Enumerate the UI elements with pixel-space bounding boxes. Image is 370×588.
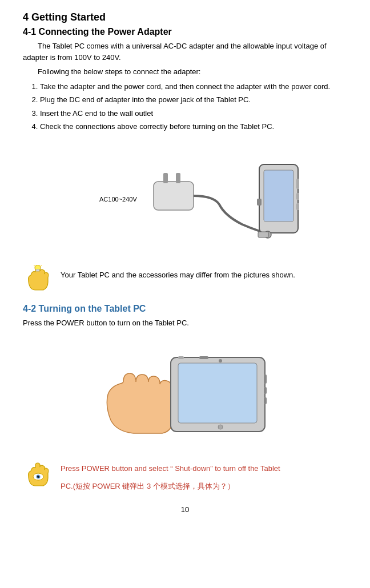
svg-rect-3: [176, 173, 180, 183]
tablet-power-image-container: [23, 337, 347, 452]
adapter-diagram: AC100~240V: [65, 142, 305, 256]
svg-rect-23: [264, 387, 267, 394]
svg-rect-9: [296, 179, 299, 189]
svg-rect-21: [199, 356, 208, 359]
page-number: 10: [23, 505, 347, 514]
svg-rect-13: [36, 269, 39, 271]
note-box: Your Tablet PC and the accessories may d…: [23, 265, 347, 295]
section1-heading: 4-1 Connecting the Power Adapter: [23, 27, 347, 37]
warning-line1: Press POWER button and select “ Shut-dow…: [61, 461, 280, 475]
svg-rect-1: [154, 182, 194, 210]
steps-list: Take the adapter and the power cord, and…: [40, 81, 347, 132]
step-3: Insert the AC end to the wall outlet: [40, 108, 347, 119]
adapter-image-container: AC100~240V: [23, 142, 347, 256]
warning-icon: [23, 461, 53, 490]
svg-line-16: [41, 265, 42, 266]
step-2: Plug the DC end of adapter into the powe…: [40, 94, 347, 106]
section2-heading: 4-2 Turning on the Tablet PC: [23, 304, 347, 314]
svg-rect-8: [258, 232, 268, 237]
note-icon: [23, 265, 53, 295]
svg-point-19: [219, 359, 222, 363]
warning-line2: PC.(短按 POWER 键弹出 3 个模式选择，具体为？）: [61, 478, 280, 493]
section1-para1: The Tablet PC comes with a universal AC-…: [23, 41, 347, 63]
note-text: Your Tablet PC and the accessories may d…: [61, 265, 295, 281]
svg-rect-11: [296, 203, 299, 210]
svg-point-20: [218, 425, 223, 429]
svg-rect-18: [178, 363, 257, 423]
svg-rect-6: [257, 199, 262, 206]
svg-rect-25: [178, 356, 184, 359]
main-heading: 4 Getting Started: [23, 11, 347, 23]
section2-para1: Press the POWER button to turn on the Ta…: [23, 317, 347, 329]
svg-text:AC100~240V: AC100~240V: [99, 196, 137, 203]
step-4: Check the connections above correctly be…: [40, 121, 347, 132]
step-1: Take the adapter and the power cord, and…: [40, 81, 347, 92]
svg-rect-2: [163, 173, 168, 183]
svg-rect-22: [264, 374, 267, 384]
svg-rect-24: [264, 397, 267, 404]
svg-point-29: [39, 476, 40, 477]
warning-box: Press POWER button and select “ Shut-dow…: [23, 461, 347, 496]
section1-para2: Following the below steps to connect the…: [23, 66, 347, 78]
svg-rect-10: [296, 193, 299, 200]
svg-rect-5: [264, 170, 293, 221]
warning-text-container: Press POWER button and select “ Shut-dow…: [61, 461, 280, 496]
svg-line-15: [34, 265, 35, 266]
tablet-power-diagram: [88, 337, 282, 452]
